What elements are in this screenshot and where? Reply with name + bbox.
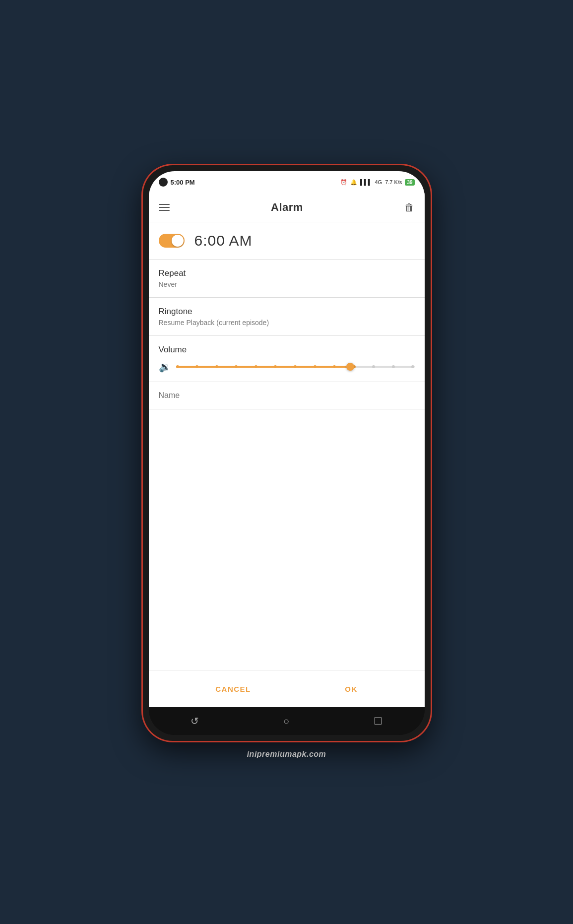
volume-label: Volume [159,345,415,355]
slider-dot-13 [411,365,414,368]
ok-button[interactable]: OK [335,681,368,697]
battery-indicator: 39 [405,179,414,186]
top-bar: Alarm 🗑 [149,193,425,222]
slider-dot-1 [176,365,179,368]
name-row [149,382,425,409]
volume-status-icon: 🔔 [350,179,357,186]
slider-dot-6 [274,365,277,368]
slider-dot-2 [195,365,198,368]
recents-button[interactable]: ☐ [374,715,382,727]
camera-dot [159,178,168,187]
app-content: Alarm 🗑 6:00 AM Repeat Never Ringtone [149,193,425,707]
slider-dot-11 [372,365,375,368]
repeat-value: Never [159,280,415,288]
toggle-thumb [172,235,184,247]
volume-control: 🔉 [159,361,415,373]
signal-icon: ▌▌▌ [360,179,372,185]
ringtone-row[interactable]: Ringtone Resume Playback (current episod… [149,298,425,336]
app-title: Alarm [271,201,303,214]
slider-dots [176,365,415,368]
menu-button[interactable] [159,204,170,211]
slider-dot-4 [235,365,238,368]
cancel-button[interactable]: CANCEL [205,681,261,697]
delete-button[interactable]: 🗑 [404,202,414,213]
status-bar: 5:00 PM ⏰ 🔔 ▌▌▌ 4G 7.7 K/s 39 [149,171,425,193]
alarm-icon: ⏰ [340,179,347,186]
action-row: CANCEL OK [149,670,425,707]
data-speed: 7.7 K/s [385,179,402,185]
status-right: ⏰ 🔔 ▌▌▌ 4G 7.7 K/s 39 [340,179,414,186]
home-button[interactable]: ○ [283,716,289,727]
repeat-label: Repeat [159,268,415,278]
watermark: inipremiumapk.com [247,750,326,759]
status-left: 5:00 PM [159,178,195,187]
slider-dot-9 [333,365,336,368]
phone-screen: 5:00 PM ⏰ 🔔 ▌▌▌ 4G 7.7 K/s 39 Alarm 🗑 [149,171,425,735]
alarm-toggle[interactable] [159,234,185,248]
slider-dot-8 [314,365,317,368]
ringtone-label: Ringtone [159,307,415,317]
phone-frame: 5:00 PM ⏰ 🔔 ▌▌▌ 4G 7.7 K/s 39 Alarm 🗑 [143,165,431,741]
nav-bar: ↺ ○ ☐ [149,707,425,735]
alarm-row: 6:00 AM [149,222,425,260]
slider-dot-5 [255,365,257,368]
volume-slider[interactable] [176,366,415,368]
volume-icon: 🔉 [159,361,171,373]
back-button[interactable]: ↺ [191,715,199,727]
name-input[interactable] [159,391,415,400]
volume-row: Volume 🔉 [149,336,425,382]
slider-thumb[interactable] [346,363,354,371]
slider-dot-7 [294,365,297,368]
network-type: 4G [375,179,382,185]
content-spacer [149,409,425,670]
status-time: 5:00 PM [171,179,195,186]
toggle-track [159,234,185,248]
slider-dot-12 [392,365,395,368]
alarm-time[interactable]: 6:00 AM [194,232,253,249]
slider-dot-3 [215,365,218,368]
repeat-row[interactable]: Repeat Never [149,260,425,298]
ringtone-value: Resume Playback (current episode) [159,319,415,327]
